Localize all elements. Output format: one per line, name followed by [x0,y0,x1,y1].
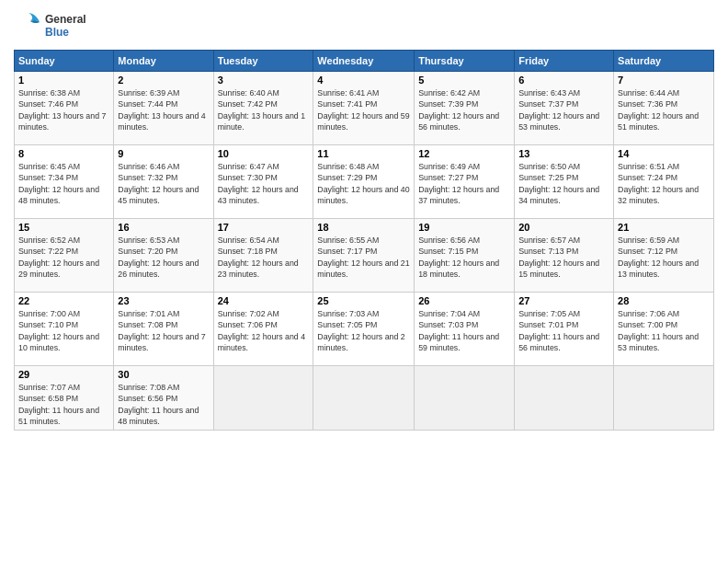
day-info: Sunrise: 6:48 AMSunset: 7:29 PMDaylight:… [317,162,409,205]
day-number: 4 [317,75,410,86]
calendar-cell: 13 Sunrise: 6:50 AMSunset: 7:25 PMDaylig… [515,145,614,219]
day-info: Sunrise: 6:41 AMSunset: 7:41 PMDaylight:… [317,88,409,132]
day-info: Sunrise: 7:05 AMSunset: 7:01 PMDaylight:… [518,309,599,352]
calendar-cell [515,366,614,431]
day-info: Sunrise: 6:56 AMSunset: 7:15 PMDaylight:… [418,236,499,279]
day-number: 9 [118,148,209,159]
day-number: 20 [518,222,609,233]
day-info: Sunrise: 7:06 AMSunset: 7:00 PMDaylight:… [618,309,699,352]
calendar-cell: 24 Sunrise: 7:02 AMSunset: 7:06 PMDaylig… [213,293,313,366]
day-number: 26 [418,295,510,306]
calendar-cell: 25 Sunrise: 7:03 AMSunset: 7:05 PMDaylig… [313,293,415,366]
day-info: Sunrise: 6:54 AMSunset: 7:18 PMDaylight:… [218,236,299,279]
day-info: Sunrise: 7:08 AMSunset: 6:56 PMDaylight:… [118,383,199,426]
day-info: Sunrise: 6:40 AMSunset: 7:42 PMDaylight:… [218,88,305,132]
calendar-week-row: 15 Sunrise: 6:52 AMSunset: 7:22 PMDaylig… [15,219,714,293]
day-of-week-header: Wednesday [313,51,415,72]
day-info: Sunrise: 7:02 AMSunset: 7:06 PMDaylight:… [218,309,305,352]
logo-container: General Blue [14,9,86,42]
day-info: Sunrise: 6:49 AMSunset: 7:27 PMDaylight:… [418,162,499,205]
day-info: Sunrise: 6:42 AMSunset: 7:39 PMDaylight:… [418,88,499,132]
day-info: Sunrise: 6:45 AMSunset: 7:34 PMDaylight:… [18,162,99,205]
day-of-week-header: Thursday [415,51,515,72]
day-number: 25 [317,295,410,306]
day-info: Sunrise: 7:07 AMSunset: 6:58 PMDaylight:… [18,383,99,426]
calendar-cell: 21 Sunrise: 6:59 AMSunset: 7:12 PMDaylig… [614,219,714,293]
logo: General Blue [14,9,86,42]
calendar-cell: 23 Sunrise: 7:01 AMSunset: 7:08 PMDaylig… [114,293,213,366]
day-number: 30 [118,369,209,380]
day-info: Sunrise: 6:43 AMSunset: 7:37 PMDaylight:… [518,88,599,132]
day-info: Sunrise: 6:44 AMSunset: 7:36 PMDaylight:… [618,88,699,132]
calendar-cell: 30 Sunrise: 7:08 AMSunset: 6:56 PMDaylig… [114,366,213,431]
day-info: Sunrise: 7:04 AMSunset: 7:03 PMDaylight:… [418,309,499,352]
day-of-week-header: Monday [114,51,213,72]
day-info: Sunrise: 6:38 AMSunset: 7:46 PMDaylight:… [18,88,106,132]
logo-general: General [45,13,86,26]
day-info: Sunrise: 6:57 AMSunset: 7:13 PMDaylight:… [518,236,599,279]
day-info: Sunrise: 7:00 AMSunset: 7:10 PMDaylight:… [18,309,99,352]
header: General Blue [14,9,714,42]
day-number: 21 [618,222,710,233]
logo-bird-icon [14,9,43,42]
calendar-cell: 8 Sunrise: 6:45 AMSunset: 7:34 PMDayligh… [15,145,114,219]
calendar-week-row: 8 Sunrise: 6:45 AMSunset: 7:34 PMDayligh… [15,145,714,219]
calendar-cell [313,366,415,431]
day-number: 13 [518,148,609,159]
calendar-cell: 6 Sunrise: 6:43 AMSunset: 7:37 PMDayligh… [515,72,614,145]
calendar-cell: 12 Sunrise: 6:49 AMSunset: 7:27 PMDaylig… [415,145,515,219]
calendar-cell: 9 Sunrise: 6:46 AMSunset: 7:32 PMDayligh… [114,145,213,219]
logo-blue: Blue [45,26,86,39]
day-info: Sunrise: 6:55 AMSunset: 7:17 PMDaylight:… [317,236,409,279]
calendar-cell: 3 Sunrise: 6:40 AMSunset: 7:42 PMDayligh… [213,72,313,145]
calendar-cell: 29 Sunrise: 7:07 AMSunset: 6:58 PMDaylig… [15,366,114,431]
day-number: 27 [518,295,609,306]
calendar-cell: 17 Sunrise: 6:54 AMSunset: 7:18 PMDaylig… [213,219,313,293]
calendar-page: General Blue SundayMondayTuesdayWednesda… [0,0,728,563]
day-info: Sunrise: 7:01 AMSunset: 7:08 PMDaylight:… [118,309,205,352]
day-number: 7 [618,75,710,86]
day-number: 15 [18,222,109,233]
day-number: 6 [518,75,609,86]
calendar-cell: 10 Sunrise: 6:47 AMSunset: 7:30 PMDaylig… [213,145,313,219]
day-number: 17 [218,222,310,233]
calendar-cell: 5 Sunrise: 6:42 AMSunset: 7:39 PMDayligh… [415,72,515,145]
day-info: Sunrise: 6:59 AMSunset: 7:12 PMDaylight:… [618,236,699,279]
day-number: 10 [218,148,310,159]
calendar-cell: 14 Sunrise: 6:51 AMSunset: 7:24 PMDaylig… [614,145,714,219]
day-of-week-header: Saturday [614,51,714,72]
calendar-cell: 26 Sunrise: 7:04 AMSunset: 7:03 PMDaylig… [415,293,515,366]
day-number: 29 [18,369,109,380]
calendar-cell: 7 Sunrise: 6:44 AMSunset: 7:36 PMDayligh… [614,72,714,145]
calendar-cell [213,366,313,431]
day-of-week-header: Sunday [15,51,114,72]
day-number: 16 [118,222,209,233]
day-number: 24 [218,295,310,306]
day-number: 28 [618,295,710,306]
day-number: 12 [418,148,510,159]
day-info: Sunrise: 6:46 AMSunset: 7:32 PMDaylight:… [118,162,199,205]
day-info: Sunrise: 6:39 AMSunset: 7:44 PMDaylight:… [118,88,205,132]
calendar-cell: 18 Sunrise: 6:55 AMSunset: 7:17 PMDaylig… [313,219,415,293]
day-info: Sunrise: 6:51 AMSunset: 7:24 PMDaylight:… [618,162,699,205]
calendar-cell [415,366,515,431]
calendar-table: SundayMondayTuesdayWednesdayThursdayFrid… [14,50,714,431]
day-number: 2 [118,75,209,86]
day-number: 22 [18,295,109,306]
day-number: 3 [218,75,310,86]
calendar-week-row: 22 Sunrise: 7:00 AMSunset: 7:10 PMDaylig… [15,293,714,366]
day-number: 19 [418,222,510,233]
calendar-week-row: 1 Sunrise: 6:38 AMSunset: 7:46 PMDayligh… [15,72,714,145]
calendar-header-row: SundayMondayTuesdayWednesdayThursdayFrid… [15,51,714,72]
calendar-week-row: 29 Sunrise: 7:07 AMSunset: 6:58 PMDaylig… [15,366,714,431]
calendar-cell: 27 Sunrise: 7:05 AMSunset: 7:01 PMDaylig… [515,293,614,366]
calendar-cell: 11 Sunrise: 6:48 AMSunset: 7:29 PMDaylig… [313,145,415,219]
calendar-cell: 22 Sunrise: 7:00 AMSunset: 7:10 PMDaylig… [15,293,114,366]
calendar-cell: 2 Sunrise: 6:39 AMSunset: 7:44 PMDayligh… [114,72,213,145]
calendar-cell: 16 Sunrise: 6:53 AMSunset: 7:20 PMDaylig… [114,219,213,293]
day-info: Sunrise: 6:52 AMSunset: 7:22 PMDaylight:… [18,236,99,279]
day-info: Sunrise: 6:50 AMSunset: 7:25 PMDaylight:… [518,162,599,205]
day-number: 14 [618,148,710,159]
day-info: Sunrise: 6:47 AMSunset: 7:30 PMDaylight:… [218,162,299,205]
calendar-cell [614,366,714,431]
